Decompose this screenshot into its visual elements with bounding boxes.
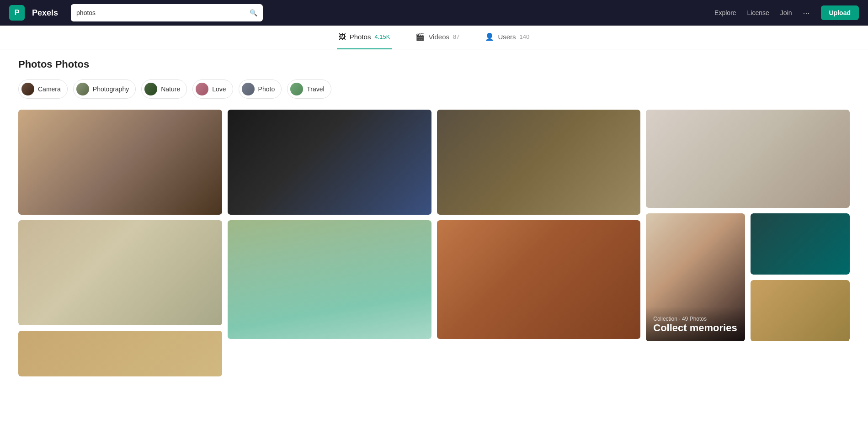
collect-sub: Collection · 49 Photos	[653, 316, 738, 322]
photo-card[interactable]	[228, 110, 431, 215]
search-bar[interactable]: 🔍	[71, 4, 263, 21]
license-link[interactable]: License	[747, 9, 769, 16]
logo-icon: P	[9, 5, 25, 21]
photo-card-collect[interactable]: Collection · 49 Photos Collect memories	[646, 213, 745, 341]
tab-users[interactable]: 👤 Users 140	[483, 26, 531, 49]
photo-col-3	[437, 110, 641, 376]
category-photo-label: Photo	[258, 85, 275, 93]
upload-button[interactable]: Upload	[821, 5, 859, 20]
users-label: Users	[498, 33, 516, 41]
photo-card[interactable]	[18, 110, 222, 215]
photo-card[interactable]	[228, 220, 431, 339]
category-camera-label: Camera	[38, 85, 61, 93]
category-row: Camera Photography Nature Love Photo Tra…	[18, 79, 850, 99]
search-icon: 🔍	[250, 9, 257, 16]
photo-card[interactable]	[751, 280, 850, 341]
photo-card[interactable]	[437, 110, 641, 215]
search-input[interactable]	[76, 9, 250, 16]
page-content: Photos Photos Camera Photography Nature …	[0, 49, 868, 386]
tabs-bar: 🖼 Photos 4.15K 🎬 Videos 87 👤 Users 140	[0, 26, 868, 49]
photos-label: Photos	[350, 33, 371, 41]
category-love[interactable]: Love	[192, 79, 233, 99]
category-travel[interactable]: Travel	[287, 79, 331, 99]
more-menu[interactable]: ···	[803, 8, 810, 18]
logo-name: Pexels	[32, 8, 58, 18]
photo-col-1	[18, 110, 222, 376]
page-title: Photos Photos	[18, 58, 850, 70]
videos-count: 87	[453, 33, 459, 40]
category-love-label: Love	[212, 85, 226, 93]
photo-col-4: Collection · 49 Photos Collect memories	[646, 110, 850, 376]
category-nature[interactable]: Nature	[141, 79, 187, 99]
videos-icon: 🎬	[415, 32, 425, 41]
navbar: P Pexels 🔍 Explore License Join ··· Uplo…	[0, 0, 868, 26]
collect-title: Collect memories	[653, 322, 738, 334]
photo-card[interactable]	[751, 213, 850, 275]
photo-col-2	[228, 110, 431, 376]
videos-label: Videos	[428, 33, 449, 41]
photo-card[interactable]	[18, 220, 222, 325]
photo-card[interactable]	[18, 331, 222, 376]
category-photography[interactable]: Photography	[73, 79, 136, 99]
photo-card[interactable]	[437, 220, 641, 339]
explore-link[interactable]: Explore	[714, 9, 736, 16]
category-travel-label: Travel	[307, 85, 324, 93]
photo-card[interactable]	[646, 110, 850, 208]
join-link[interactable]: Join	[780, 9, 792, 16]
category-photography-label: Photography	[93, 85, 129, 93]
photo-grid: Collection · 49 Photos Collect memories	[18, 110, 850, 376]
category-nature-label: Nature	[161, 85, 180, 93]
tab-photos[interactable]: 🖼 Photos 4.15K	[337, 26, 392, 49]
users-count: 140	[520, 33, 530, 40]
photos-count: 4.15K	[374, 33, 390, 40]
category-photo[interactable]: Photo	[239, 79, 282, 99]
category-camera[interactable]: Camera	[18, 79, 68, 99]
users-icon: 👤	[485, 32, 494, 41]
photos-icon: 🖼	[339, 33, 346, 41]
collect-overlay: Collection · 49 Photos Collect memories	[646, 307, 745, 341]
tab-videos[interactable]: 🎬 Videos 87	[414, 26, 461, 49]
nav-links: Explore License Join ··· Upload	[714, 5, 859, 20]
